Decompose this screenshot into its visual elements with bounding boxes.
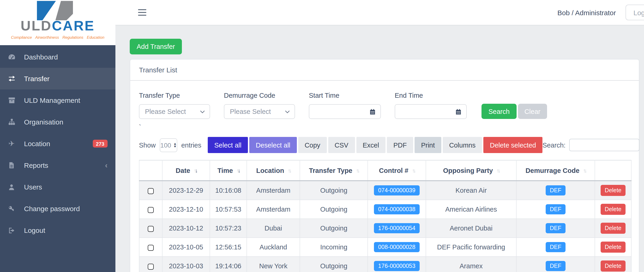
demurrage-code-badge[interactable]: DEF <box>546 223 566 233</box>
row-delete-button[interactable]: Delete <box>600 242 626 253</box>
control-number-badge[interactable]: 176-00000054 <box>374 223 420 233</box>
sidebar-item-reports[interactable]: Reports ‹ <box>0 154 116 176</box>
filter-search-button[interactable]: Search <box>482 104 516 119</box>
sidebar-item-uld-management[interactable]: ULD Management <box>0 89 116 111</box>
sidebar-item-organisation[interactable]: Organisation <box>0 111 116 133</box>
sidebar-item-transfer[interactable]: Transfer <box>0 68 116 89</box>
demurrage-code-select[interactable]: Please Select <box>224 104 295 119</box>
row-delete-button[interactable]: Delete <box>600 185 626 196</box>
end-time-input[interactable] <box>395 104 467 119</box>
sort-icon: ↑↓ <box>288 168 290 173</box>
location-count-badge: 273 <box>92 140 108 148</box>
delete-selected-button[interactable]: Delete selected <box>483 137 542 153</box>
column-header-time[interactable]: Time↑↓ <box>210 160 247 181</box>
control-number-badge[interactable]: 074-00000038 <box>374 204 420 214</box>
sidebar-item-label: Reports <box>24 161 48 169</box>
logout-button[interactable]: Logout <box>626 4 644 20</box>
logo-tagline: Compliance Airworthiness Regulations Edu… <box>0 35 116 40</box>
demurrage-code-badge[interactable]: DEF <box>546 204 566 214</box>
sidebar-item-users[interactable]: Users <box>0 176 116 198</box>
row-checkbox[interactable] <box>148 226 154 232</box>
cell-time: 12:56:15 <box>210 238 247 257</box>
table-row: 2023-10-12 10:57:23 Dubai Outgoing 176-0… <box>139 219 631 238</box>
sidebar-item-change-password[interactable]: Change password <box>0 198 116 220</box>
column-header-transfer-type[interactable]: Transfer Type↑↓ <box>300 160 368 181</box>
uldcare-logo[interactable]: ULDCARE Compliance Airworthiness Regulat… <box>0 0 116 45</box>
print-button[interactable]: Print <box>414 137 441 153</box>
cell-location: New York <box>247 257 300 272</box>
stray-backtick-text: ` <box>139 123 630 131</box>
sidebar-item-label: Change password <box>24 205 80 213</box>
row-delete-button[interactable]: Delete <box>600 223 626 234</box>
filter-row: Transfer Type Please Select Demurrage Co… <box>139 92 630 119</box>
chevron-down-icon <box>285 110 290 113</box>
cell-transfer-type: Outgoing <box>300 181 368 200</box>
show-label: Show <box>139 141 156 149</box>
calendar-icon[interactable] <box>369 108 376 115</box>
end-time-filter: End Time <box>395 92 467 119</box>
column-header-date[interactable]: Date↑↓ <box>162 160 210 181</box>
header-actions-cell <box>595 160 631 181</box>
excel-button[interactable]: Excel <box>356 137 386 153</box>
row-checkbox[interactable] <box>148 245 154 251</box>
sidebar-item-label: Transfer <box>24 75 50 82</box>
sort-icon: ↑↓ <box>496 168 499 173</box>
table-search-input[interactable] <box>569 139 640 151</box>
transfer-arrows-icon <box>7 75 16 82</box>
add-transfer-button[interactable]: Add Transfer <box>130 39 182 54</box>
start-time-input[interactable] <box>309 104 381 119</box>
sort-icon: ↑↓ <box>412 168 414 173</box>
column-header-control[interactable]: Control #↑↓ <box>368 160 426 181</box>
demurrage-code-filter: Demurrage Code Please Select <box>224 92 295 119</box>
demurrage-code-badge[interactable]: DEF <box>546 261 566 271</box>
select-all-button[interactable]: Select all <box>208 137 248 153</box>
cell-date: 2023-10-05 <box>162 238 210 257</box>
table-row: 2023-12-10 10:57:53 Amsterdam Outgoing 0… <box>139 200 631 219</box>
control-number-badge[interactable]: 074-00000039 <box>374 185 420 196</box>
sort-icon: ↑↓ <box>356 168 359 173</box>
start-time-field[interactable] <box>314 107 369 116</box>
sidebar-item-logout[interactable]: Logout <box>0 220 116 241</box>
content-area: Add Transfer Transfer List Transfer Type… <box>116 25 644 272</box>
control-number-badge[interactable]: 176-00000053 <box>374 261 420 271</box>
sidebar-item-location[interactable]: ✈ Location 273 <box>0 133 116 154</box>
column-header-demurrage-code[interactable]: Demurrage Code↑↓ <box>516 160 595 181</box>
column-header-opposing-party[interactable]: Opposing Party↑↓ <box>426 160 516 181</box>
filter-clear-button[interactable]: Clear <box>518 104 547 119</box>
row-checkbox[interactable] <box>148 264 154 270</box>
entries-select[interactable]: 100 ▲▼ <box>160 138 177 152</box>
column-header-location[interactable]: Location↑↓ <box>247 160 300 181</box>
row-delete-button[interactable]: Delete <box>600 261 626 272</box>
cell-date: 2023-12-10 <box>162 200 210 219</box>
header-checkbox-cell <box>139 160 162 181</box>
calendar-icon[interactable] <box>455 108 462 115</box>
pdf-button[interactable]: PDF <box>387 137 413 153</box>
control-number-badge[interactable]: 008-00000028 <box>374 242 420 252</box>
archive-box-icon <box>7 96 16 104</box>
columns-button[interactable]: Columns <box>443 137 482 153</box>
row-delete-button[interactable]: Delete <box>600 204 626 215</box>
entries-value: 100 <box>160 141 171 149</box>
deselect-all-button[interactable]: Deselect all <box>249 137 297 153</box>
transfer-type-select[interactable]: Please Select <box>139 104 210 119</box>
cell-location: Amsterdam <box>247 200 300 219</box>
sidebar-item-label: Dashboard <box>24 53 58 61</box>
row-checkbox[interactable] <box>148 188 154 194</box>
cell-opposing-party: DEF Pacific forwarding <box>426 238 516 257</box>
cell-date: 2023-12-29 <box>162 181 210 200</box>
chevron-left-icon: ‹ <box>105 161 108 169</box>
demurrage-code-value: Please Select <box>230 108 285 115</box>
end-time-field[interactable] <box>400 107 455 116</box>
logo-care-text: CARE <box>52 18 95 33</box>
transfer-type-filter: Transfer Type Please Select <box>139 92 210 119</box>
hamburger-menu-icon[interactable] <box>138 7 146 17</box>
demurrage-code-badge[interactable]: DEF <box>546 242 566 252</box>
row-checkbox[interactable] <box>148 207 154 213</box>
sidebar-item-dashboard[interactable]: Dashboard <box>0 46 116 68</box>
document-icon <box>7 161 16 169</box>
logo-uld-text: ULD <box>20 18 52 33</box>
copy-button[interactable]: Copy <box>298 137 327 153</box>
demurrage-code-badge[interactable]: DEF <box>546 185 566 196</box>
table-row: 2023-10-03 19:14:06 New York Outgoing 17… <box>139 257 631 272</box>
csv-button[interactable]: CSV <box>328 137 355 153</box>
